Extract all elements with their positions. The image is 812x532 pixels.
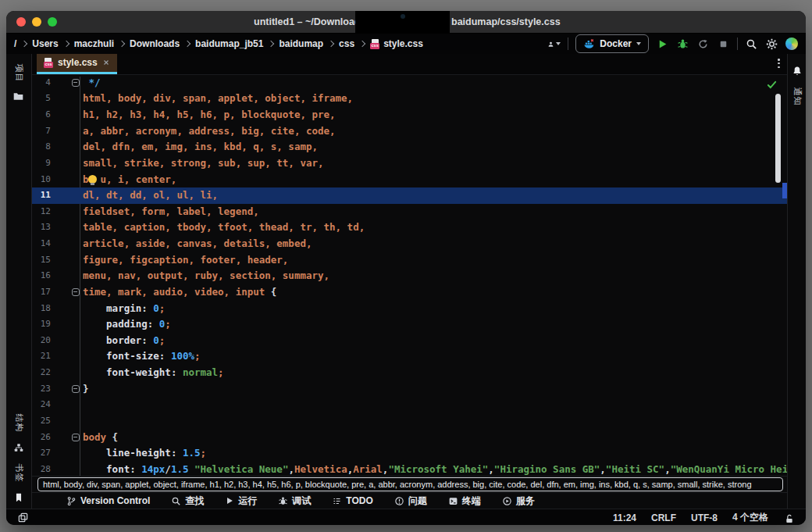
line-number[interactable]: 24 [32, 397, 51, 413]
run-button[interactable] [656, 37, 669, 51]
line-number[interactable]: 11 [32, 187, 51, 204]
breadcrumb-item[interactable]: baidumap [279, 38, 323, 49]
line-number[interactable]: 28 [32, 462, 51, 476]
line-number[interactable]: 23 [32, 381, 51, 398]
code-line[interactable]: 6h1, h2, h3, h4, h5, h6, p, blockquote, … [32, 107, 787, 123]
notifications-bell-icon[interactable] [791, 65, 803, 77]
fold-marker-icon[interactable] [72, 79, 80, 87]
code-line[interactable]: 22 font-weight: normal; [32, 365, 787, 381]
folder-icon[interactable] [12, 90, 25, 102]
line-number[interactable]: 7 [32, 123, 51, 140]
code-editor[interactable]: 4 */5html, body, div, span, applet, obje… [32, 75, 787, 476]
line-number[interactable]: 15 [32, 252, 51, 269]
code-line[interactable]: 19 padding: 0; [32, 316, 787, 333]
code-line[interactable]: 21 font-size: 100%; [32, 348, 787, 365]
code-line[interactable]: 17time, mark, audio, video, input { [32, 284, 787, 301]
line-number[interactable]: 8 [32, 139, 51, 155]
line-number[interactable]: 9 [32, 155, 51, 172]
tool-window-bookmarks[interactable]: 书签 [6, 460, 31, 485]
indent-setting[interactable]: 4 个空格 [732, 511, 768, 524]
tool-window-project[interactable]: 项目 [6, 60, 31, 85]
tab-style-css[interactable]: css style.css [37, 54, 117, 74]
line-number[interactable]: 12 [32, 204, 51, 220]
tool-window-structure[interactable]: 结构 [6, 410, 31, 435]
plugin-sphere-icon[interactable] [785, 37, 798, 50]
code-line[interactable]: 5html, body, div, span, applet, object, … [32, 91, 787, 107]
code-line[interactable]: 27 line-height: 1.5; [32, 445, 787, 462]
line-number[interactable]: 16 [32, 268, 51, 284]
line-number[interactable]: 4 [32, 75, 51, 91]
tool-window-notifications[interactable]: 通知 [788, 84, 806, 109]
breadcrumb-item[interactable]: css [339, 38, 354, 49]
code-line[interactable]: 14article, aside, canvas, details, embed… [32, 236, 787, 252]
close-tab-icon[interactable] [102, 59, 110, 66]
line-number[interactable]: 14 [32, 236, 51, 252]
line-ending[interactable]: CRLF [651, 512, 676, 523]
tool-window-button-run[interactable]: 运行 [225, 495, 257, 508]
code-line[interactable]: 13table, caption, tbody, tfoot, thead, t… [32, 220, 787, 236]
line-number[interactable]: 17 [32, 284, 51, 301]
line-number[interactable]: 6 [32, 107, 51, 123]
code-line[interactable]: 25 [32, 413, 787, 430]
line-number[interactable]: 10 [32, 172, 51, 188]
unlocked-icon[interactable] [783, 512, 796, 524]
selector-breadcrumb[interactable]: html, body, div, span, applet, object, i… [37, 477, 783, 491]
code-line[interactable]: 26body { [32, 430, 787, 446]
bookmark-icon[interactable] [12, 491, 25, 504]
structure-icon[interactable] [12, 441, 25, 454]
profile-avatar-icon[interactable] [547, 37, 561, 51]
tool-window-switcher-icon[interactable] [16, 512, 29, 524]
settings-gear-icon[interactable] [765, 37, 778, 51]
run-configuration-select[interactable]: Docker [575, 34, 649, 53]
tool-window-button-debug[interactable]: 调试 [278, 495, 311, 508]
code-line[interactable]: 8del, dfn, em, img, ins, kbd, q, s, samp… [32, 139, 787, 155]
breadcrumb-item[interactable]: maczhuli [74, 38, 114, 49]
code-line[interactable]: 7a, abbr, acronym, address, big, cite, c… [32, 123, 787, 140]
breadcrumb-item[interactable]: Users [32, 38, 58, 49]
tool-window-button-problems[interactable]: 问题 [394, 495, 427, 508]
fold-marker-icon[interactable] [72, 385, 80, 393]
inspections-ok-icon[interactable] [767, 80, 777, 92]
code-line[interactable]: 24 [32, 397, 787, 413]
minimize-window-button[interactable] [32, 17, 41, 27]
profiler-button[interactable] [696, 37, 710, 51]
line-number[interactable]: 21 [32, 348, 51, 365]
code-line[interactable]: 15figure, figcaption, footer, header, [32, 252, 787, 269]
tool-window-button-todo[interactable]: TODO [332, 495, 372, 506]
code-line-current[interactable]: 11dl, dt, dd, ol, ul, li, [32, 187, 787, 204]
line-number[interactable]: 20 [32, 333, 51, 349]
more-options-icon[interactable] [778, 59, 780, 68]
tool-window-button-terminal[interactable]: 终端 [448, 495, 481, 508]
line-number[interactable]: 26 [32, 430, 51, 446]
code-line[interactable]: 28 font: 14px/1.5 "Helvetica Neue",Helve… [32, 462, 787, 476]
code-line[interactable]: 23} [32, 381, 787, 398]
code-line[interactable]: 18 margin: 0; [32, 301, 787, 317]
code-line[interactable]: 16menu, nav, output, ruby, section, summ… [32, 268, 787, 284]
fold-marker-icon[interactable] [72, 434, 80, 441]
code-line[interactable]: 20 border: 0; [32, 333, 787, 349]
code-line[interactable]: 12fieldset, form, label, legend, [32, 204, 787, 220]
line-number[interactable]: 13 [32, 220, 51, 236]
breadcrumb-item[interactable]: baidumap_jb51 [195, 38, 263, 49]
line-number[interactable]: 18 [32, 301, 51, 317]
zoom-window-button[interactable] [48, 17, 57, 27]
line-number[interactable]: 25 [32, 413, 51, 430]
line-number[interactable]: 22 [32, 365, 51, 381]
code-line[interactable]: 4 */ [32, 75, 787, 91]
search-everywhere-icon[interactable] [745, 37, 758, 51]
breadcrumb-file[interactable]: style.css [383, 38, 423, 49]
line-number[interactable]: 19 [32, 316, 51, 333]
tool-window-button-search[interactable]: 查找 [171, 495, 204, 508]
fold-marker-icon[interactable] [72, 288, 80, 296]
line-number[interactable]: 27 [32, 445, 51, 462]
breadcrumb-item[interactable]: Downloads [130, 38, 180, 49]
tool-window-button-git-branch[interactable]: Version Control [66, 495, 150, 506]
file-encoding[interactable]: UTF-8 [691, 512, 718, 523]
debug-button[interactable] [676, 37, 689, 51]
stop-button[interactable] [717, 37, 730, 51]
breadcrumb-item[interactable]: / [14, 38, 16, 49]
code-line[interactable]: 9small, strike, strong, sub, sup, tt, va… [32, 155, 787, 172]
editor-scrollbar-thumb[interactable] [775, 94, 781, 183]
caret-position[interactable]: 11:24 [613, 512, 636, 523]
line-number[interactable]: 5 [32, 91, 51, 107]
